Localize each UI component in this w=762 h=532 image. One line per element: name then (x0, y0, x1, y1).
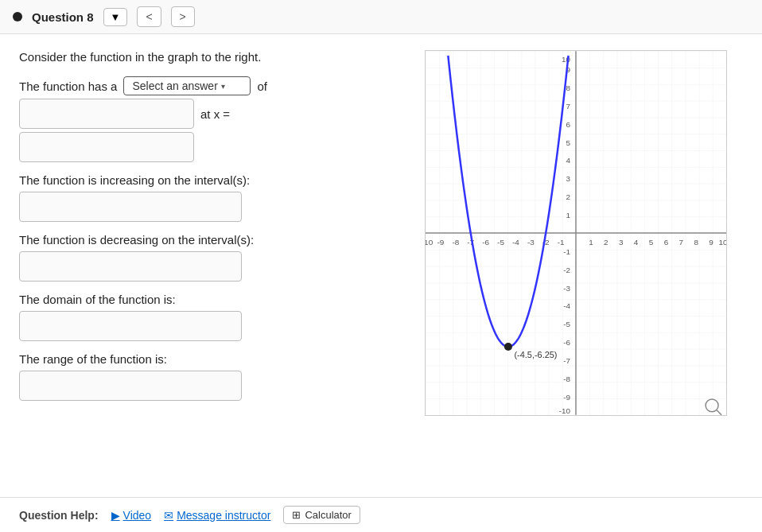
message-icon: ✉ (164, 509, 173, 522)
value-input-2[interactable] (19, 132, 194, 162)
svg-text:8: 8 (694, 238, 698, 247)
svg-text:7: 7 (566, 102, 571, 111)
svg-text:-1: -1 (563, 247, 570, 256)
vertex-dot (504, 343, 512, 351)
svg-text:-4: -4 (512, 238, 519, 247)
increasing-label: The function is increasing on the interv… (19, 173, 409, 187)
svg-text:5: 5 (566, 138, 571, 147)
graph-container: -9 -8 -7 -6 -5 -4 -3 -2 -1 1 2 3 4 5 6 7 (425, 50, 727, 416)
svg-text:9: 9 (709, 238, 713, 247)
svg-text:2: 2 (566, 192, 571, 201)
svg-text:4: 4 (634, 238, 639, 247)
svg-text:-9: -9 (563, 393, 570, 402)
svg-text:-4: -4 (563, 301, 570, 310)
increasing-input[interactable] (19, 192, 242, 222)
select-answer-text: Select an answer (132, 80, 217, 92)
message-label: Message instructor (177, 509, 270, 522)
at-x-label: at x = (200, 107, 230, 121)
decreasing-label: The function is decreasing on the interv… (19, 233, 409, 247)
svg-text:-3: -3 (563, 284, 570, 293)
domain-group: The domain of the function is: (19, 293, 409, 341)
svg-text:5: 5 (649, 238, 654, 247)
svg-text:-5: -5 (497, 238, 504, 247)
svg-text:2: 2 (604, 238, 608, 247)
footer-bar: Question Help: ▶ Video ✉ Message instruc… (0, 497, 762, 532)
svg-text:1: 1 (566, 211, 571, 219)
svg-text:-7: -7 (563, 356, 570, 365)
calculator-button[interactable]: ⊞ Calculator (283, 506, 360, 524)
question-dropdown[interactable]: ▼ (103, 8, 128, 26)
svg-text:-9: -9 (437, 238, 444, 247)
select-chevron-icon: ▾ (221, 82, 225, 91)
next-button[interactable]: > (171, 6, 195, 27)
svg-text:-2: -2 (563, 266, 570, 274)
question-dot (13, 12, 22, 21)
range-label: The range of the function is: (19, 352, 409, 366)
svg-text:6: 6 (566, 120, 571, 129)
of-label: of (257, 80, 267, 93)
svg-text:(-4.5,-6.25): (-4.5,-6.25) (514, 350, 557, 359)
calculator-icon: ⊞ (292, 509, 301, 521)
value-input-1[interactable] (19, 99, 194, 129)
has-a-label: The function has a (19, 80, 117, 93)
svg-text:-6: -6 (482, 238, 489, 247)
increasing-group: The function is increasing on the interv… (19, 173, 409, 222)
svg-text:-6: -6 (563, 338, 570, 347)
svg-text:8: 8 (566, 83, 571, 92)
svg-text:1: 1 (589, 238, 593, 247)
decreasing-group: The function is decreasing on the interv… (19, 233, 409, 282)
svg-text:3: 3 (566, 174, 571, 183)
svg-text:-5: -5 (563, 320, 570, 328)
svg-text:7: 7 (679, 238, 684, 247)
svg-text:10: 10 (562, 55, 571, 64)
range-group: The range of the function is: (19, 352, 409, 401)
svg-text:3: 3 (619, 238, 624, 247)
calculator-label: Calculator (305, 509, 352, 521)
svg-text:-8: -8 (452, 238, 459, 247)
domain-input[interactable] (19, 311, 242, 341)
svg-text:-3: -3 (527, 238, 535, 247)
select-answer-dropdown[interactable]: Select an answer ▾ (123, 76, 251, 95)
dropdown-chevron: ▼ (111, 11, 121, 23)
video-label: Video (123, 509, 152, 522)
svg-text:-8: -8 (563, 375, 570, 383)
svg-text:-1: -1 (558, 238, 565, 247)
footer-help-label: Question Help: (19, 509, 99, 522)
svg-text:6: 6 (664, 238, 669, 247)
message-instructor-link[interactable]: ✉ Message instructor (164, 509, 270, 522)
video-icon: ▶ (111, 509, 120, 522)
range-input[interactable] (19, 371, 242, 401)
has-a-group: The function has a Select an answer ▾ of… (19, 76, 409, 162)
prev-button[interactable]: < (137, 6, 161, 27)
svg-text:10: 10 (718, 238, 726, 247)
svg-text:-10: -10 (426, 238, 433, 247)
svg-text:-10: -10 (559, 406, 571, 415)
graph-panel: -9 -8 -7 -6 -5 -4 -3 -2 -1 1 2 3 4 5 6 7 (425, 50, 743, 481)
video-link[interactable]: ▶ Video (111, 509, 152, 522)
question-label: Question 8 (32, 10, 94, 24)
decreasing-input[interactable] (19, 251, 242, 282)
svg-text:4: 4 (566, 156, 571, 165)
intro-text: Consider the function in the graph to th… (19, 50, 409, 64)
domain-label: The domain of the function is: (19, 293, 409, 306)
